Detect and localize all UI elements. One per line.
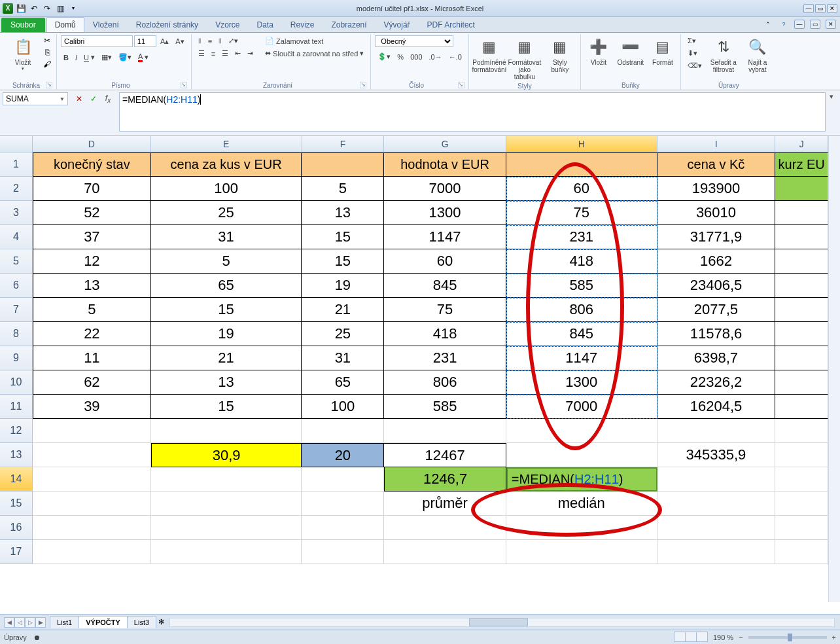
cell[interactable]: 22326,2 <box>657 370 776 395</box>
cell[interactable] <box>775 322 828 346</box>
cell[interactable] <box>657 540 776 564</box>
minimize-ribbon-icon[interactable]: ⌃ <box>763 20 773 29</box>
sheet-nav-first-icon[interactable]: ◀ <box>4 617 14 628</box>
cell[interactable] <box>151 419 302 443</box>
cell[interactable]: 1246,7 <box>384 467 506 492</box>
row-header[interactable]: 13 <box>0 443 33 467</box>
row-header[interactable]: 14 <box>0 467 33 492</box>
align-right-icon[interactable]: ☰ <box>219 48 231 59</box>
font-size-input[interactable] <box>134 35 156 47</box>
new-sheet-icon[interactable]: ✻ <box>158 618 164 626</box>
cell[interactable] <box>775 443 828 467</box>
cell[interactable] <box>775 419 828 443</box>
sheet-tab[interactable]: VÝPOČTY <box>79 616 128 628</box>
clear-icon[interactable]: ⌫▾ <box>685 60 705 71</box>
launcher-icon[interactable]: ↘ <box>181 82 187 88</box>
col-header-D[interactable]: D <box>33 136 151 152</box>
row-header[interactable]: 9 <box>0 346 33 370</box>
cell[interactable] <box>33 516 151 540</box>
row-header[interactable]: 15 <box>0 492 33 516</box>
format-painter-icon[interactable]: 🖌 <box>42 59 52 69</box>
cell[interactable] <box>33 419 151 443</box>
cell[interactable] <box>775 225 828 249</box>
cell[interactable]: 345335,9 <box>657 443 776 467</box>
cell[interactable]: 19 <box>151 322 302 346</box>
font-name-input[interactable] <box>61 35 133 47</box>
cell[interactable]: 11578,6 <box>657 322 776 346</box>
merge-center-button[interactable]: ⬌Sloučit a zarovnat na střed▾ <box>262 48 366 59</box>
cell[interactable]: 418 <box>384 322 506 346</box>
cell[interactable]: 37 <box>33 225 151 249</box>
cell[interactable]: 806 <box>506 298 657 322</box>
fill-icon[interactable]: ⬇▾ <box>685 48 705 59</box>
select-all-corner[interactable] <box>0 136 33 152</box>
cell[interactable]: 845 <box>506 322 657 346</box>
cell[interactable] <box>657 467 776 492</box>
cell[interactable]: 5 <box>33 298 151 322</box>
col-header-G[interactable]: G <box>384 136 506 152</box>
cell[interactable] <box>775 274 828 298</box>
cell[interactable] <box>384 540 506 564</box>
align-left-icon[interactable]: ☰ <box>196 48 207 59</box>
tab-formulas[interactable]: Vzorce <box>207 17 248 32</box>
row-header[interactable]: 12 <box>0 419 33 443</box>
row-header[interactable]: 2 <box>0 177 33 201</box>
cell[interactable]: 70 <box>33 177 151 201</box>
cell[interactable]: 1300 <box>506 370 657 395</box>
sheet-tab[interactable]: List3 <box>127 616 156 628</box>
paste-button[interactable]: 📋Vložit▾ <box>7 35 39 73</box>
cell[interactable] <box>384 419 506 443</box>
cell[interactable]: 1662 <box>657 249 776 274</box>
align-middle-icon[interactable]: ≡ <box>205 35 215 46</box>
currency-icon[interactable]: 💲▾ <box>375 51 393 62</box>
fx-icon[interactable]: fx <box>102 93 114 105</box>
bold-button[interactable]: B <box>61 51 71 63</box>
italic-button[interactable]: I <box>73 51 80 63</box>
expand-formula-icon[interactable]: ▾ <box>826 92 837 101</box>
cell[interactable]: 15 <box>302 225 384 249</box>
cell[interactable]: 15 <box>151 298 302 322</box>
cell[interactable]: kurz EU <box>775 152 828 177</box>
number-format-select[interactable]: Obecný <box>375 35 453 47</box>
row-header[interactable]: 10 <box>0 370 33 395</box>
cell[interactable]: medián <box>506 492 657 516</box>
tab-data[interactable]: Data <box>248 17 281 32</box>
minimize-button[interactable]: — <box>803 4 814 13</box>
cell[interactable]: 13 <box>33 274 151 298</box>
cell[interactable]: 12467 <box>384 443 506 467</box>
file-tab[interactable]: Soubor <box>1 18 45 32</box>
cell[interactable]: 13 <box>302 201 384 225</box>
cell[interactable] <box>151 516 302 540</box>
inc-decimal-icon[interactable]: .0→ <box>427 51 445 62</box>
sort-filter-button[interactable]: ⇅Seřadit a filtrovat <box>707 35 740 75</box>
row-header[interactable]: 7 <box>0 298 33 322</box>
cell[interactable]: 22 <box>33 322 151 346</box>
cell-styles-button[interactable]: ▦Styly buňky <box>544 35 576 75</box>
doc-restore-icon[interactable]: ▭ <box>810 20 820 29</box>
underline-button[interactable]: U▾ <box>81 51 97 63</box>
format-table-button[interactable]: ▦Formátovat jako tabulku <box>508 35 541 82</box>
cell[interactable] <box>506 516 657 540</box>
cell[interactable]: cena v Kč <box>657 152 776 177</box>
doc-minimize-icon[interactable]: — <box>794 20 805 29</box>
cell[interactable] <box>506 540 657 564</box>
sheet-nav-last-icon[interactable]: ▶ <box>35 617 46 628</box>
row-header[interactable]: 11 <box>0 395 33 419</box>
orientation-icon[interactable]: ⤢▾ <box>226 35 241 46</box>
delete-button[interactable]: ➖Odstranit <box>615 35 646 67</box>
cell[interactable] <box>33 540 151 564</box>
row-header[interactable]: 17 <box>0 540 33 564</box>
cell[interactable] <box>151 540 302 564</box>
view-buttons[interactable] <box>674 632 708 643</box>
tab-review[interactable]: Revize <box>282 17 323 32</box>
row-header[interactable]: 16 <box>0 516 33 540</box>
cell[interactable]: 52 <box>33 201 151 225</box>
cell[interactable]: 65 <box>151 274 302 298</box>
cell[interactable]: 62 <box>33 370 151 395</box>
cell[interactable]: 418 <box>506 249 657 274</box>
autosum-icon[interactable]: Σ▾ <box>685 35 705 46</box>
cond-format-button[interactable]: ▦Podmíněné formátování <box>473 35 506 75</box>
save-icon[interactable]: 💾 <box>16 3 26 14</box>
row-header[interactable]: 4 <box>0 225 33 249</box>
cell[interactable]: 19 <box>302 274 384 298</box>
